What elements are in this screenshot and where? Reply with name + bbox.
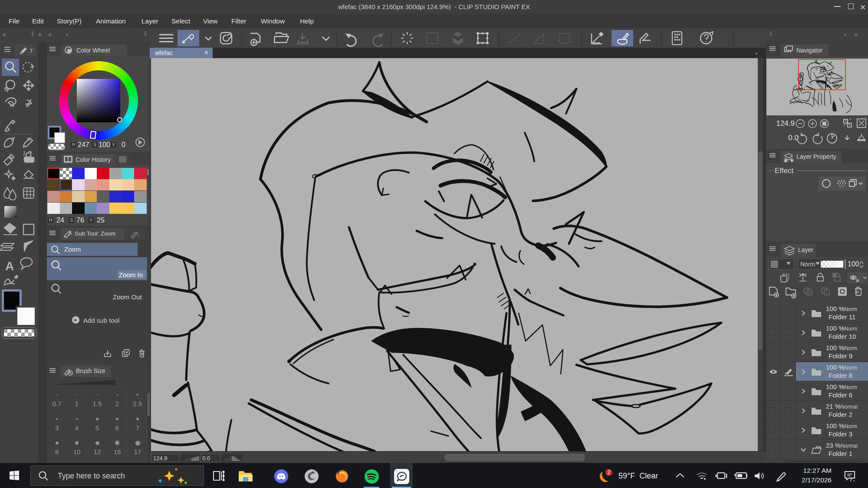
svg-text:T: T: [30, 48, 33, 54]
svg-text:A: A: [5, 259, 14, 273]
svg-text:2: 2: [608, 469, 611, 475]
